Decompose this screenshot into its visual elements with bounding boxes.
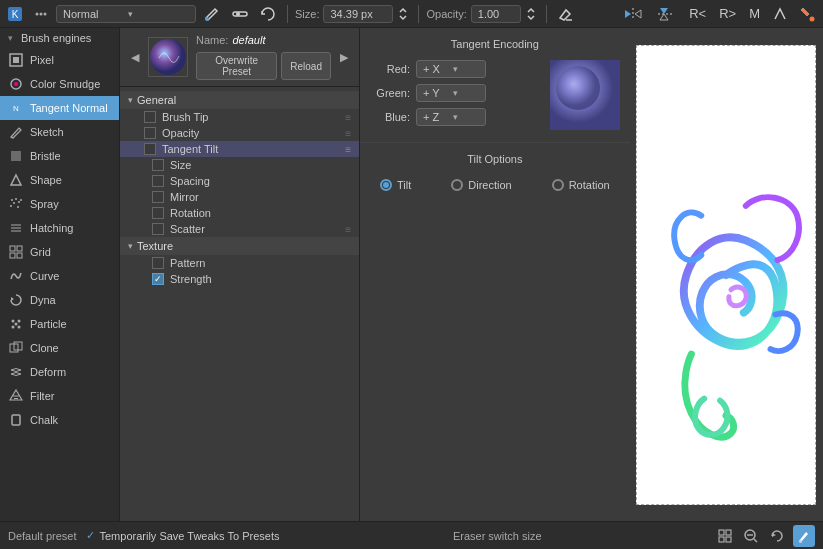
svg-marker-39: [11, 297, 14, 301]
opacity-checkbox[interactable]: [144, 127, 156, 139]
setting-scatter[interactable]: Scatter ≡: [120, 221, 359, 237]
prev-preset-btn[interactable]: ◀: [126, 48, 144, 66]
texture-section-title: Texture: [137, 240, 173, 252]
setting-opacity[interactable]: Opacity ≡: [120, 125, 359, 141]
texture-arrow-icon: ▾: [128, 241, 133, 251]
mirror-v-icon[interactable]: [651, 4, 681, 24]
green-select[interactable]: + Y ▾: [416, 84, 486, 102]
strength-checkbox[interactable]: ✓: [152, 273, 164, 285]
sidebar-item-bristle[interactable]: Bristle: [0, 144, 119, 168]
opacity-arrows-icon[interactable]: [523, 2, 539, 26]
general-section-header[interactable]: ▾ General: [120, 91, 359, 109]
texture-section-header[interactable]: ▾ Texture: [120, 237, 359, 255]
brush-options-btn[interactable]: [228, 2, 252, 26]
zoom-out-icon[interactable]: [741, 526, 761, 546]
tilt-option[interactable]: Tilt: [380, 179, 411, 191]
eraser-icon[interactable]: [554, 2, 578, 26]
preset-thumbnail: [148, 37, 188, 77]
brush-tip-checkbox[interactable]: [144, 111, 156, 123]
size-checkbox[interactable]: [152, 159, 164, 171]
rotation-tilt-option[interactable]: Rotation: [552, 179, 610, 191]
setting-strength[interactable]: ✓ Strength: [120, 271, 359, 287]
menu-icon[interactable]: [30, 3, 52, 25]
sidebar-item-hatching[interactable]: Hatching: [0, 216, 119, 240]
next-preset-btn[interactable]: ▶: [335, 48, 353, 66]
size-up-icon[interactable]: [395, 2, 411, 26]
checkmark-icon: ✓: [86, 529, 95, 542]
tangent-tilt-label: Tangent Tilt: [162, 143, 218, 155]
sidebar-item-deform[interactable]: Deform: [0, 360, 119, 384]
sidebar-item-spray[interactable]: Spray: [0, 192, 119, 216]
svg-marker-61: [772, 533, 776, 537]
setting-pattern[interactable]: Pattern: [120, 255, 359, 271]
tangent-tilt-checkbox[interactable]: [144, 143, 156, 155]
spray-icon: [8, 196, 24, 212]
brush-icon-btn[interactable]: [200, 2, 224, 26]
zoom-fit-icon[interactable]: [715, 526, 735, 546]
svg-point-3: [40, 12, 43, 15]
r-left-btn[interactable]: R<: [684, 4, 711, 23]
save-tweaks-btn[interactable]: ✓ Temporarily Save Tweaks To Presets: [86, 529, 279, 542]
sidebar-item-clone[interactable]: Clone: [0, 336, 119, 360]
mirror-h-icon[interactable]: [618, 4, 648, 24]
scatter-checkbox[interactable]: [152, 223, 164, 235]
r-right-btn[interactable]: R>: [714, 4, 741, 23]
sidebar-item-pixel[interactable]: Pixel: [0, 48, 119, 72]
sidebar-item-curve[interactable]: Curve: [0, 264, 119, 288]
sidebar-item-tangent-normal[interactable]: N Tangent Normal: [0, 96, 119, 120]
sidebar-item-color-smudge[interactable]: Color Smudge: [0, 72, 119, 96]
rotate-canvas-icon[interactable]: [767, 526, 787, 546]
setting-tangent-tilt[interactable]: Tangent Tilt ≡: [120, 141, 359, 157]
sidebar-item-sketch[interactable]: Sketch: [0, 120, 119, 144]
svg-point-42: [12, 326, 15, 329]
blue-select[interactable]: + Z ▾: [416, 108, 486, 126]
sidebar-item-filter[interactable]: Filter: [0, 384, 119, 408]
tilt-radio[interactable]: [380, 179, 392, 191]
svg-point-53: [556, 66, 600, 110]
sidebar-item-dyna[interactable]: Dyna: [0, 288, 119, 312]
paint-bucket-icon[interactable]: [795, 2, 819, 26]
rotation-radio[interactable]: [552, 179, 564, 191]
pixel-icon: [8, 52, 24, 68]
setting-brush-tip[interactable]: Brush Tip ≡: [120, 109, 359, 125]
bottom-bar: Default preset ✓ Temporarily Save Tweaks…: [0, 521, 823, 549]
overwrite-preset-btn[interactable]: Overwrite Preset: [196, 52, 277, 80]
pattern-checkbox[interactable]: [152, 257, 164, 269]
curve-icon: [8, 268, 24, 284]
canvas-area[interactable]: [630, 28, 823, 521]
sidebar-item-grid[interactable]: Grid: [0, 240, 119, 264]
rotation-checkbox[interactable]: [152, 207, 164, 219]
sidebar-item-brush-engines[interactable]: ▾ Brush engines: [0, 28, 119, 48]
sidebar-item-chalk[interactable]: Chalk: [0, 408, 119, 432]
m-btn[interactable]: M: [744, 4, 765, 23]
sidebar-item-shape[interactable]: Shape: [0, 168, 119, 192]
main-toolbar: K Normal ▾ Size: 34.39 px Opacity: 1.00: [0, 0, 823, 28]
bristle-icon: [8, 148, 24, 164]
setting-spacing[interactable]: Spacing: [120, 173, 359, 189]
setting-size[interactable]: Size: [120, 157, 359, 173]
grid-icon: [8, 244, 24, 260]
setting-rotation[interactable]: Rotation: [120, 205, 359, 221]
setting-mirror[interactable]: Mirror: [120, 189, 359, 205]
opacity-input[interactable]: 1.00: [471, 5, 521, 23]
red-select[interactable]: + X ▾: [416, 60, 486, 78]
dyna-icon: [8, 292, 24, 308]
settings-panel[interactable]: ▾ General Brush Tip ≡ Opacity ≡ Tangent …: [120, 87, 359, 521]
svg-text:N: N: [13, 104, 19, 113]
sidebar-item-particle[interactable]: Particle: [0, 312, 119, 336]
svg-point-7: [236, 12, 240, 16]
general-arrow-icon: ▾: [128, 95, 133, 105]
triangle-icon[interactable]: [768, 2, 792, 26]
direction-radio[interactable]: [451, 179, 463, 191]
mirror-checkbox[interactable]: [152, 191, 164, 203]
refresh-btn[interactable]: [256, 2, 280, 26]
reload-btn[interactable]: Reload: [281, 52, 331, 80]
direction-option[interactable]: Direction: [451, 179, 511, 191]
canvas[interactable]: [636, 45, 816, 505]
active-tool-btn[interactable]: [793, 525, 815, 547]
size-input[interactable]: 34.39 px: [323, 5, 393, 23]
app-icon[interactable]: K: [4, 3, 26, 25]
spacing-checkbox[interactable]: [152, 175, 164, 187]
svg-point-43: [18, 326, 21, 329]
brush-preset-selector[interactable]: Normal ▾: [56, 5, 196, 23]
